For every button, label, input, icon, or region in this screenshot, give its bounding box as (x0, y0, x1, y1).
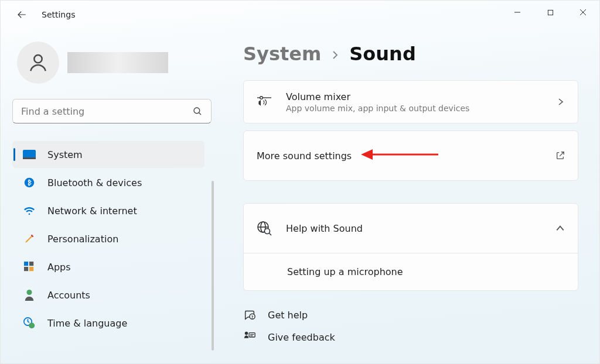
subitem-label: Setting up a microphone (287, 266, 403, 277)
sidebar-item-label: System (47, 149, 83, 160)
sidebar-item-bluetooth[interactable]: Bluetooth & devices (12, 169, 204, 196)
card-more-sound-settings[interactable]: More sound settings (243, 131, 578, 181)
sidebar: System Bluetooth & devices Network & int… (1, 29, 212, 363)
sidebar-item-network[interactable]: Network & internet (12, 197, 204, 224)
card-help-with-sound: Help with Sound Setting up a microphone (243, 203, 578, 291)
user-name-redacted (67, 52, 168, 73)
person-icon (23, 289, 36, 301)
svg-point-18 (260, 97, 263, 99)
open-external-icon (555, 151, 565, 160)
svg-rect-1 (548, 10, 553, 15)
sidebar-item-apps[interactable]: Apps (12, 253, 204, 280)
close-button[interactable] (567, 1, 599, 24)
svg-line-23 (270, 233, 272, 236)
svg-line-6 (199, 112, 201, 115)
footer-links: ? Get help Give feedback (243, 308, 578, 344)
card-title: More sound settings (257, 150, 541, 162)
window-controls (501, 1, 599, 24)
chat-help-icon: ? (243, 308, 256, 321)
card-title: Volume mixer (286, 91, 543, 102)
breadcrumb: System Sound (243, 43, 578, 65)
chevron-up-icon (555, 224, 565, 233)
svg-point-16 (29, 322, 35, 328)
link-get-help[interactable]: ? Get help (243, 308, 578, 321)
sidebar-item-system[interactable]: System (12, 141, 204, 168)
sidebar-item-label: Time & language (47, 318, 127, 329)
mixer-icon (257, 95, 272, 109)
sidebar-item-label: Bluetooth & devices (47, 177, 142, 188)
clock-globe-icon (23, 317, 36, 329)
svg-rect-13 (29, 267, 33, 271)
chevron-right-icon (557, 98, 565, 106)
svg-rect-10 (24, 262, 28, 266)
svg-text:?: ? (251, 315, 254, 320)
svg-point-22 (265, 229, 270, 234)
feedback-icon (243, 331, 256, 344)
search-input[interactable] (12, 99, 212, 123)
sidebar-item-accounts[interactable]: Accounts (12, 281, 204, 308)
svg-rect-8 (23, 157, 36, 159)
apps-icon (23, 260, 36, 273)
link-give-feedback[interactable]: Give feedback (243, 331, 578, 344)
minimize-button[interactable] (501, 1, 534, 24)
svg-rect-11 (29, 262, 33, 266)
svg-rect-27 (249, 333, 255, 337)
sidebar-item-personalization[interactable]: Personalization (12, 225, 204, 252)
sidebar-item-label: Personalization (47, 233, 118, 245)
card-volume-mixer[interactable]: Volume mixer App volume mix, app input &… (243, 80, 578, 123)
card-title: Help with Sound (286, 223, 541, 234)
avatar (17, 42, 59, 84)
nav: System Bluetooth & devices Network & int… (12, 141, 204, 336)
help-header[interactable]: Help with Sound (244, 204, 578, 253)
display-icon (23, 148, 36, 161)
svg-point-9 (25, 178, 35, 188)
sidebar-scrollbar[interactable] (212, 181, 214, 351)
card-subtitle: App volume mix, app input & output devic… (286, 104, 543, 113)
svg-point-14 (27, 290, 32, 295)
sidebar-item-label: Network & internet (47, 205, 137, 217)
globe-search-icon (257, 221, 272, 236)
help-subitem-microphone[interactable]: Setting up a microphone (244, 253, 578, 290)
search-field[interactable] (21, 106, 185, 117)
link-label: Get help (268, 310, 308, 321)
paintbrush-icon (23, 232, 36, 245)
breadcrumb-parent[interactable]: System (243, 43, 321, 65)
wifi-icon (23, 204, 36, 217)
app-title: Settings (42, 10, 75, 19)
sidebar-item-label: Apps (47, 262, 71, 273)
svg-point-26 (245, 332, 248, 335)
sidebar-item-time-language[interactable]: Time & language (12, 310, 204, 336)
svg-point-4 (34, 55, 42, 63)
search-icon (192, 106, 203, 116)
bluetooth-icon (23, 176, 36, 189)
user-profile[interactable] (12, 42, 204, 84)
link-label: Give feedback (268, 332, 335, 343)
breadcrumb-current: Sound (349, 43, 416, 65)
svg-rect-12 (24, 267, 28, 271)
back-button[interactable] (12, 5, 31, 24)
breadcrumb-separator (332, 50, 339, 60)
svg-point-5 (194, 108, 200, 114)
content: System Sound Volume mixer App volume mix (212, 29, 599, 363)
sidebar-item-label: Accounts (47, 290, 90, 301)
maximize-button[interactable] (534, 1, 567, 24)
